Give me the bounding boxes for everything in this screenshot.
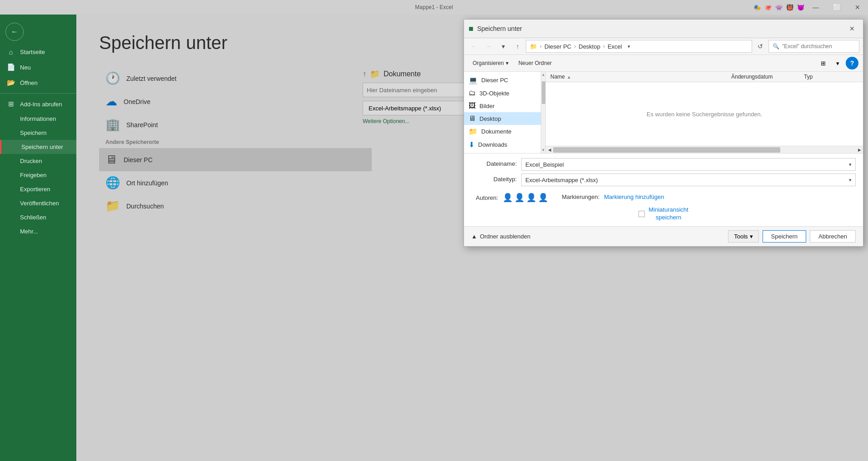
organize-button[interactable]: Organisieren ▾ xyxy=(469,58,513,69)
search-icon: 🔍 xyxy=(773,43,779,50)
path-sep-3: › xyxy=(603,43,605,50)
sidebar-item-speichern-unter[interactable]: Speichern unter xyxy=(0,140,76,154)
back-icon: ← xyxy=(11,28,18,36)
authors-row: Autoren: 👤 👤 👤 👤 xyxy=(476,191,548,203)
dialog-title: Speichern unter xyxy=(477,25,842,32)
dialog-cancel-button[interactable]: Abbrechen xyxy=(810,230,856,243)
sidebar-item-oeffnen[interactable]: 📂 Öffnen xyxy=(0,75,76,90)
miniatur-checkbox[interactable] xyxy=(639,211,645,217)
main-content: Speichern unter 🕐 Zuletzt verwendet ☁ On… xyxy=(76,15,868,461)
folder-toggle[interactable]: ▲ Ordner ausblenden xyxy=(471,233,530,240)
file-nav-3d-objekte[interactable]: 🗂 3D-Objekte xyxy=(464,87,541,99)
file-nav-scrollbar[interactable]: ▲ ▼ xyxy=(541,72,546,153)
dialog-close-button[interactable]: ✕ xyxy=(846,22,858,35)
back-button[interactable]: ← xyxy=(5,23,24,41)
sidebar-item-informationen[interactable]: Informationen xyxy=(0,112,76,126)
desktop-icon: 🖥 xyxy=(469,114,476,123)
dialog-overlay: ■ Speichern unter ✕ ← → ▾ ↑ 📁 › Dieser P… xyxy=(76,15,868,461)
sidebar-label-schliessen: Schließen xyxy=(20,214,46,221)
col-date-header[interactable]: Änderungsdatum xyxy=(731,74,804,80)
path-sep-2: › xyxy=(574,43,576,50)
sidebar-label-addins: Add-Ins abrufen xyxy=(20,101,62,108)
view-button[interactable]: ⊞ xyxy=(817,57,829,69)
filename-input-dialog[interactable]: Excel_Beispiel ▾ xyxy=(521,158,856,171)
3d-objekte-icon: 🗂 xyxy=(469,89,476,97)
sidebar-item-addins[interactable]: ⊞ Add-Ins abrufen xyxy=(0,96,76,112)
scroll-h-thumb xyxy=(553,147,780,153)
sidebar-item-speichern[interactable]: Speichern xyxy=(0,126,76,140)
sidebar-label-oeffnen: Öffnen xyxy=(20,79,38,86)
sidebar-label-mehr: Mehr... xyxy=(20,228,38,235)
sidebar-label-veroeffentlichen: Veröffentlichen xyxy=(20,200,59,207)
path-bar[interactable]: 📁 › Dieser PC › Desktop › Excel ▾ xyxy=(526,40,752,53)
file-nav-dieser-pc[interactable]: 💻 Dieser PC xyxy=(464,74,541,87)
path-segment-1: Dieser PC xyxy=(544,43,571,50)
help-button[interactable]: ? xyxy=(846,57,858,69)
sidebar-item-freigeben[interactable]: Freigeben xyxy=(0,168,76,182)
sidebar-label-startseite: Startseite xyxy=(20,49,45,55)
markierung-hinzufuegen-link[interactable]: Markierung hinzufügen xyxy=(604,193,664,200)
home-icon: ⌂ xyxy=(6,48,15,56)
sidebar-item-drucken[interactable]: Drucken xyxy=(0,154,76,168)
meta-row: Autoren: 👤 👤 👤 👤 Markierungen: Markierun… xyxy=(471,191,856,203)
tools-dropdown-icon: ▾ xyxy=(750,233,753,240)
tools-button[interactable]: Tools ▾ xyxy=(728,230,758,243)
filetype-dropdown-icon: ▾ xyxy=(849,177,852,183)
scroll-down-arrow[interactable]: ▼ xyxy=(542,148,545,152)
nav-back-button[interactable]: ← xyxy=(468,40,480,53)
horizontal-scrollbar[interactable]: ◀ ▶ xyxy=(546,146,863,153)
scroll-left-arrow[interactable]: ◀ xyxy=(546,146,553,154)
file-nav-downloads[interactable]: ⬇ Downloads xyxy=(464,138,541,151)
sidebar-item-neu[interactable]: 📄 Neu xyxy=(0,59,76,75)
folder-toggle-label: Ordner ausblenden xyxy=(480,233,530,240)
file-nav-downloads-label: Downloads xyxy=(478,141,507,148)
col-type-header[interactable]: Typ xyxy=(804,74,858,80)
authors-label: Autoren: xyxy=(476,194,498,201)
nav-dropdown-button[interactable]: ▾ xyxy=(497,40,509,53)
addins-icon: ⊞ xyxy=(6,100,15,108)
title-bar-icons: 🎭 🐙 👾 👹 😈 xyxy=(753,4,804,11)
maximize-button[interactable]: ⬜ xyxy=(826,0,847,15)
sidebar-item-startseite[interactable]: ⌂ Startseite xyxy=(0,45,76,59)
save-dialog: ■ Speichern unter ✕ ← → ▾ ↑ 📁 › Dieser P… xyxy=(464,19,863,247)
nav-up-button[interactable]: ↑ xyxy=(511,40,524,53)
close-button[interactable]: ✕ xyxy=(847,0,868,15)
col-name-label: Name xyxy=(550,74,565,80)
file-nav-dokumente-label: Dokumente xyxy=(481,128,511,135)
markierungen-row: Markierungen: Markierung hinzufügen xyxy=(562,193,664,200)
title-bar: Mappe1 - Excel 🎭 🐙 👾 👹 😈 — ⬜ ✕ xyxy=(0,0,868,15)
dialog-body: 💻 Dieser PC 🗂 3D-Objekte 🖼 Bilder xyxy=(464,72,863,153)
search-input[interactable] xyxy=(782,43,855,50)
miniatur-label: Miniaturansichtspeichern xyxy=(649,206,688,222)
file-nav-desktop[interactable]: 🖥 Desktop xyxy=(464,112,541,125)
filetype-select-dialog[interactable]: Excel-Arbeitsmappe (*.xlsx) ▾ xyxy=(521,173,856,186)
bilder-icon: 🖼 xyxy=(469,102,476,110)
toolbar-right: ⊞ ▾ ? xyxy=(817,57,858,69)
author-icon-1: 👤 xyxy=(503,193,513,203)
dialog-footer: ▲ Ordner ausblenden Tools ▾ Speichern Ab… xyxy=(464,226,863,246)
file-nav-bilder[interactable]: 🖼 Bilder xyxy=(464,99,541,112)
sidebar-item-mehr[interactable]: Mehr... xyxy=(0,224,76,238)
sidebar-item-exportieren[interactable]: Exportieren xyxy=(0,182,76,196)
dialog-save-button[interactable]: Speichern xyxy=(763,230,807,243)
search-box[interactable]: 🔍 xyxy=(768,40,859,53)
file-nav-container: 💻 Dieser PC 🗂 3D-Objekte 🖼 Bilder xyxy=(464,72,546,153)
scroll-right-arrow[interactable]: ▶ xyxy=(856,146,863,154)
scroll-up-arrow[interactable]: ▲ xyxy=(542,73,545,77)
sidebar-label-freigeben: Freigeben xyxy=(20,172,47,178)
minimize-button[interactable]: — xyxy=(805,0,826,15)
sidebar-item-schliessen[interactable]: Schließen xyxy=(0,210,76,224)
view-dropdown-button[interactable]: ▾ xyxy=(831,57,844,69)
sidebar-label-neu: Neu xyxy=(20,64,31,71)
nav-forward-button[interactable]: → xyxy=(482,40,495,53)
empty-message: Es wurden keine Suchergebnisse gefunden. xyxy=(647,111,762,118)
file-nav-dokumente[interactable]: 📁 Dokumente xyxy=(464,125,541,138)
sidebar-item-veroeffentlichen[interactable]: Veröffentlichen xyxy=(0,196,76,210)
col-name-header[interactable]: Name ▲ xyxy=(550,74,731,80)
refresh-button[interactable]: ↺ xyxy=(754,40,767,53)
path-dropdown-button[interactable]: ▾ xyxy=(627,43,631,50)
path-sep-1: › xyxy=(540,43,542,50)
view-icon: ⊞ xyxy=(821,60,826,67)
new-folder-button[interactable]: Neuer Ordner xyxy=(514,58,556,69)
open-icon: 📂 xyxy=(6,79,15,87)
